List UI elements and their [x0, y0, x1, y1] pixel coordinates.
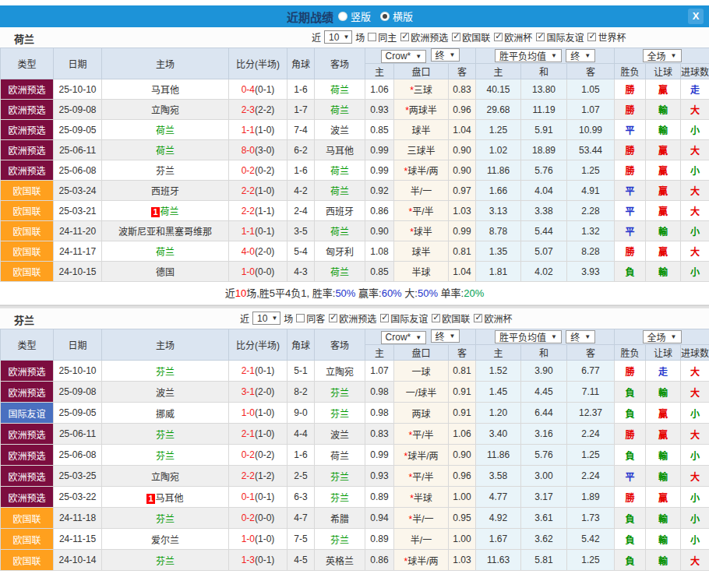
- score-cell: 1-0(1-0): [229, 403, 287, 424]
- recent-count-select[interactable]: 10▼: [324, 30, 352, 44]
- score-cell: 0-2(0-2): [229, 445, 287, 466]
- star-mark: *: [404, 166, 407, 177]
- away-team-cell: 希腊: [315, 508, 365, 529]
- league-checkbox[interactable]: 欧洲杯: [474, 312, 512, 325]
- radio-icon[interactable]: [380, 12, 390, 21]
- competition-type-cell: 欧洲预选: [1, 140, 54, 160]
- checkbox-icon[interactable]: [474, 314, 482, 322]
- avg-dropdown[interactable]: 胜平负均值▼: [495, 49, 562, 62]
- result-cell: 勝: [615, 487, 646, 508]
- fulltime-score: 2-3: [242, 104, 255, 115]
- avg-away-cell: 1.05: [567, 79, 615, 100]
- competition-type-cell: 欧国联: [1, 508, 54, 529]
- corners-cell: 1-7: [287, 100, 315, 120]
- home-team-cell: 芬兰: [102, 445, 229, 466]
- crow-dropdown[interactable]: Crow*▼: [381, 331, 427, 344]
- layout-radio-option[interactable]: 竖版: [338, 9, 371, 23]
- checkbox-icon[interactable]: [329, 314, 337, 322]
- odds-home-cell: 0.92: [365, 181, 394, 201]
- halftime-score: (0-2): [255, 165, 274, 176]
- col-score: 比分(半场): [229, 48, 287, 79]
- checkbox-icon[interactable]: [494, 33, 503, 41]
- avg-draw-cell: 5.07: [521, 241, 567, 262]
- checkbox-label: 欧国联: [462, 30, 490, 44]
- chevron-down-icon: ▼: [271, 315, 277, 322]
- table-row: 欧国联24-11-17荷兰4-0(2-0)5-4匈牙利1.08球半0.811.3…: [1, 241, 709, 262]
- goals-result-cell: 小: [681, 221, 709, 241]
- league-checkbox[interactable]: 欧洲预选: [329, 312, 376, 325]
- recent-count-select[interactable]: 10▼: [252, 312, 280, 325]
- final-avg-dropdown[interactable]: 终▼: [566, 49, 595, 62]
- final-dropdown-label: 终: [570, 330, 580, 343]
- checkbox-icon[interactable]: [296, 314, 305, 322]
- score-cell: 0-4(0-1): [229, 79, 287, 100]
- team-name-text: 芬兰: [330, 472, 349, 483]
- layout-radio-option[interactable]: 横版: [380, 9, 413, 23]
- avg-home-cell: 29.68: [476, 100, 521, 120]
- competition-type-cell: 欧洲预选: [1, 466, 54, 487]
- same-venue-checkbox[interactable]: 同主: [368, 30, 397, 44]
- final-avg-dropdown[interactable]: 终▼: [566, 330, 595, 343]
- fullmatch-dropdown[interactable]: 全场▼: [643, 330, 682, 343]
- home-team-cell: 波兰: [102, 382, 229, 403]
- avg-draw-cell: 11.19: [521, 100, 567, 120]
- near-label: 近: [312, 30, 321, 44]
- league-checkbox[interactable]: 欧国联: [452, 30, 490, 44]
- summary-part: 赢率:: [355, 287, 381, 299]
- chevron-down-icon: ▼: [343, 33, 349, 40]
- checkbox-icon[interactable]: [587, 33, 596, 41]
- col-date: 日期: [54, 329, 102, 361]
- handicap-cell: 三球半: [394, 140, 449, 160]
- avg-draw-cell: 3.16: [521, 424, 567, 445]
- avg-draw-cell: 5.76: [521, 160, 567, 181]
- league-checkbox[interactable]: 欧国联: [432, 312, 470, 325]
- col-corner: 角球: [287, 329, 315, 361]
- crow-dropdown[interactable]: Crow*▼: [381, 50, 427, 63]
- date-cell: 25-06-11: [54, 140, 102, 160]
- odds-away-cell: 1.03: [449, 201, 476, 221]
- team-name-text: 芬兰: [330, 409, 349, 420]
- score-cell: 4-0(2-0): [229, 241, 287, 262]
- handicap-result-cell: 輸: [646, 120, 681, 140]
- checkbox-icon[interactable]: [432, 314, 440, 322]
- final-odds-dropdown[interactable]: 终▼: [431, 329, 460, 343]
- avg-away-cell: 1.25: [567, 550, 615, 571]
- radio-icon[interactable]: [338, 12, 347, 21]
- checkbox-icon[interactable]: [400, 33, 409, 41]
- league-checkbox[interactable]: 国际友谊: [536, 30, 584, 44]
- away-team-cell: 荷兰: [315, 100, 365, 120]
- final-odds-dropdown[interactable]: 终▼: [431, 48, 460, 62]
- checkbox-icon[interactable]: [380, 314, 389, 322]
- league-checkbox[interactable]: 欧洲杯: [494, 30, 532, 44]
- handicap-cell: *平/半: [394, 201, 449, 221]
- league-checkbox[interactable]: 世界杯: [587, 30, 626, 44]
- count-value: 10: [257, 313, 267, 324]
- away-team-cell: 芬兰: [315, 403, 365, 424]
- checkbox-icon[interactable]: [536, 33, 545, 41]
- table-row: 欧国联24-11-15爱尔兰1-0(1-0)7-5芬兰0.89半/一1.001.…: [1, 529, 709, 550]
- section-team-name: 荷兰: [14, 31, 34, 46]
- same-venue-checkbox[interactable]: 同客: [296, 312, 325, 325]
- away-team-cell: 英格兰: [315, 550, 365, 571]
- avg-dropdown[interactable]: 胜平负均值▼: [495, 330, 562, 343]
- col-odds-away: 客: [449, 345, 476, 361]
- corners-cell: 1-6: [287, 160, 315, 181]
- crow-header-group: Crow*▼ 终▼: [365, 48, 476, 64]
- away-team-cell: 荷兰: [315, 79, 365, 100]
- team-name-text: 立陶宛: [151, 105, 179, 116]
- checkbox-icon[interactable]: [368, 33, 376, 41]
- table-row: 欧国联24-10-15德国1-0(0-0)4-3荷兰0.85半球1.041.81…: [1, 262, 709, 282]
- col-corner: 角球: [287, 48, 315, 79]
- avg-away-cell: 1.25: [567, 445, 615, 466]
- fulltime-score: 1-1: [242, 226, 255, 237]
- table-row: 欧洲预选25-10-10马耳他0-4(0-1)1-6荷兰1.06*三球0.834…: [1, 79, 709, 100]
- fullmatch-dropdown[interactable]: 全场▼: [643, 49, 682, 62]
- team-name-text: 芬兰: [156, 451, 175, 462]
- handicap-result-cell: 輸: [646, 262, 681, 282]
- result-cell: 負: [615, 550, 646, 571]
- fulltime-score: 1-0: [242, 266, 255, 277]
- close-button[interactable]: X: [688, 9, 704, 24]
- checkbox-icon[interactable]: [452, 33, 460, 41]
- league-checkbox[interactable]: 国际友谊: [380, 312, 428, 325]
- league-checkbox[interactable]: 欧洲预选: [400, 30, 448, 44]
